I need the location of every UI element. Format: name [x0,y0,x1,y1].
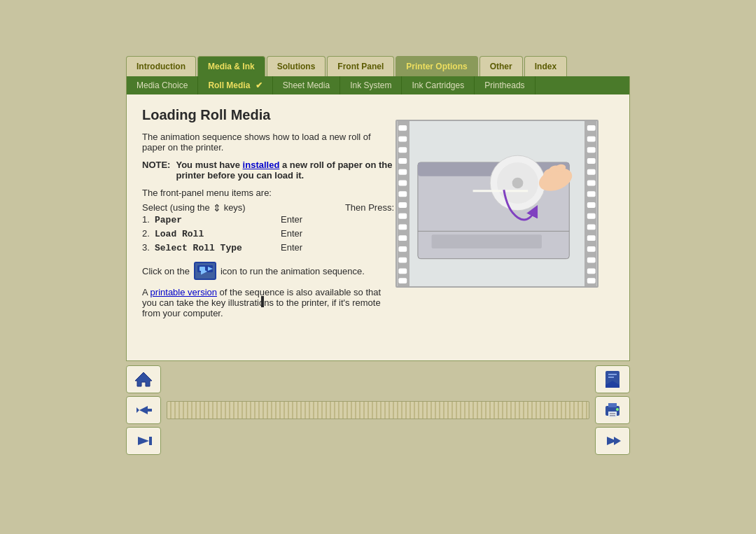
printable-link[interactable]: printable version [150,287,217,297]
svg-rect-54 [608,374,617,375]
svg-rect-23 [587,191,596,197]
svg-rect-2 [398,136,407,142]
svg-rect-15 [398,278,407,283]
svg-rect-1 [398,125,407,131]
installed-link[interactable]: installed [243,160,280,170]
animation-suffix: icon to run the animation sequence. [220,266,365,276]
svg-rect-29 [587,258,596,263]
svg-marker-50 [138,437,149,445]
home-button[interactable] [126,365,161,393]
tab-index[interactable]: Index [524,56,567,76]
svg-rect-19 [587,147,596,153]
svg-rect-8 [398,202,407,208]
svg-rect-28 [587,246,596,252]
content-area: Loading Roll Media The animation sequenc… [127,94,629,360]
svg-rect-4 [398,158,407,164]
content-panel: Media Choice Roll Media ✔ Sheet Media In… [126,76,630,361]
decorative-pattern [167,402,589,419]
tab-media-ink[interactable]: Media & Ink [197,56,265,76]
svg-rect-12 [398,246,407,252]
sub-tab-roll-media[interactable]: Roll Media ✔ [198,76,272,94]
home-icon [134,370,153,389]
svg-rect-47 [200,267,205,271]
forward-nav-button[interactable] [126,427,161,455]
tab-front-panel[interactable]: Front Panel [327,56,394,76]
svg-rect-3 [398,147,407,153]
tab-printer-options[interactable]: Printer Options [396,56,477,76]
svg-rect-38 [473,190,528,192]
svg-rect-13 [398,258,407,263]
table-row: 2. Load Roll Enter [142,228,394,239]
svg-point-61 [616,408,619,411]
content-with-image: Loading Roll Media The animation sequenc… [142,107,614,318]
sub-tab-ink-cartridges[interactable]: Ink Cartridges [402,76,475,94]
svg-rect-26 [587,225,596,230]
forward-nav-icon [134,431,153,451]
sub-nav: Media Choice Roll Media ✔ Sheet Media In… [127,76,629,94]
printer-illustration [396,120,598,288]
play-icon [195,263,215,279]
sub-tab-sheet-media[interactable]: Sheet Media [273,76,340,94]
print-button[interactable] [595,396,630,424]
left-marker [261,296,264,307]
next-button[interactable] [595,427,630,455]
svg-rect-27 [587,235,596,241]
svg-marker-63 [614,437,621,445]
svg-rect-14 [398,268,407,274]
bottom-decorative-bar [167,401,589,419]
svg-rect-25 [587,213,596,219]
col1-header: Select (using the ⇕ keys) [142,202,331,213]
svg-rect-6 [398,181,407,186]
svg-rect-20 [587,158,596,164]
svg-rect-31 [587,278,596,283]
note-block: NOTE: You must have installed a new roll… [142,160,394,181]
bookmark-button[interactable] [595,365,630,393]
back-icon [134,400,153,420]
top-nav: Introduction Media & Ink Solutions Front… [126,56,630,76]
svg-rect-7 [398,191,407,197]
svg-point-37 [512,178,524,189]
bookmark-icon [603,370,622,389]
svg-rect-59 [610,413,615,414]
printable-text: A printable version of the sequence is a… [142,287,394,318]
bottom-row [126,365,630,455]
svg-rect-5 [398,169,407,175]
svg-rect-22 [587,181,596,186]
tab-other[interactable]: Other [479,56,523,76]
tab-introduction[interactable]: Introduction [126,56,196,76]
sub-tab-ink-system[interactable]: Ink System [340,76,402,94]
svg-rect-55 [608,377,614,378]
sub-tab-printheads[interactable]: Printheads [475,76,535,94]
animation-prefix: Click on the [142,266,190,276]
table-row: 3. Select Roll Type Enter [142,242,394,253]
svg-rect-58 [608,412,617,417]
svg-rect-11 [398,235,407,241]
note-label: NOTE: [142,160,170,181]
outer-wrapper: Introduction Media & Ink Solutions Front… [0,0,756,534]
printer-svg [397,121,597,286]
svg-rect-30 [587,268,596,274]
table-row: 1. Paper Enter [142,214,394,225]
decorative-bar-wrapper [161,401,595,419]
animation-icon[interactable] [194,262,216,280]
col2-header: Then Press: [345,202,394,213]
check-mark: ✔ [255,80,262,90]
svg-rect-18 [587,136,596,142]
svg-rect-21 [587,169,596,175]
back-button[interactable] [126,396,161,424]
svg-rect-10 [398,225,407,230]
intro-text: The animation sequence shows how to load… [142,132,394,153]
svg-rect-9 [398,213,407,219]
print-icon [603,400,622,420]
tab-solutions[interactable]: Solutions [267,56,326,76]
key-table: Select (using the ⇕ keys) Then Press: 1.… [142,202,394,253]
right-controls [595,365,630,455]
svg-rect-24 [587,202,596,208]
svg-marker-49 [135,372,152,386]
next-icon [603,431,622,451]
arrows-icon: ⇕ [210,203,224,213]
svg-rect-51 [149,437,152,445]
sub-tab-media-choice[interactable]: Media Choice [127,76,198,94]
svg-rect-17 [587,125,596,131]
table-headers: Select (using the ⇕ keys) Then Press: [142,202,394,213]
